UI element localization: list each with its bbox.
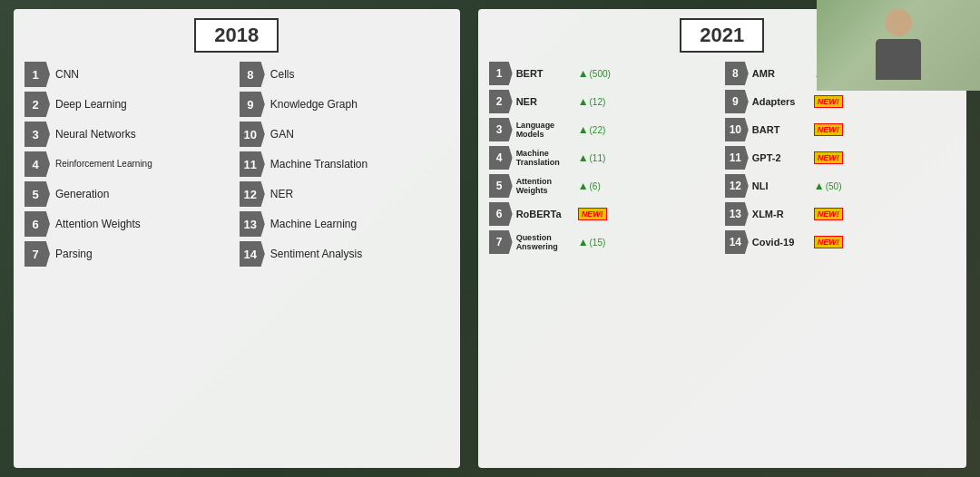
rank-badge: 5 <box>24 181 50 207</box>
left-panel: 2018 1 CNN 2 Deep Learning 3 Neural Netw… <box>14 9 460 468</box>
item-label: BART <box>752 124 802 136</box>
rank-badge: 12 <box>725 174 749 198</box>
new-badge: NEW! <box>578 208 607 220</box>
item-label: LanguageModels <box>516 121 566 140</box>
item-label: NER <box>516 96 566 108</box>
item-label: GAN <box>270 128 294 141</box>
trend-indicator: ▲ (6) <box>578 180 601 192</box>
left-panel-title: 2018 <box>194 18 279 53</box>
item-label: Reinforcement Learning <box>55 159 152 170</box>
list-item: 2 Deep Learning <box>24 92 234 117</box>
list-item: 6 RoBERTa NEW! <box>489 202 720 226</box>
item-label: Adapters <box>752 96 802 108</box>
item-label: BERT <box>516 68 566 80</box>
person-head <box>885 9 912 36</box>
rank-badge: 4 <box>24 151 50 177</box>
list-item: 12 NER <box>240 181 449 207</box>
item-label: RoBERTa <box>516 209 566 220</box>
item-label: XLM-R <box>752 209 802 220</box>
list-item: 7 Parsing <box>24 241 234 267</box>
rank-badge: 3 <box>489 118 513 141</box>
item-label: NER <box>270 188 293 200</box>
person-silhouette <box>871 9 926 82</box>
list-item: 12 NLI ▲ (50) <box>725 174 956 198</box>
list-item: 5 AttentionWeights ▲ (6) <box>489 174 720 198</box>
rank-badge: 6 <box>24 211 50 237</box>
new-badge: NEW! <box>814 151 843 164</box>
presenter-video <box>817 0 980 91</box>
rank-badge: 9 <box>725 90 749 113</box>
right-col1: 1 BERT ▲ (500) 2 NER ▲ (12) 3 LanguageMo… <box>489 62 720 459</box>
item-label: Machine Translation <box>270 158 368 170</box>
rank-badge: 13 <box>725 202 749 226</box>
left-panel-grid: 1 CNN 2 Deep Learning 3 Neural Networks … <box>24 62 449 459</box>
new-badge: NEW! <box>814 123 843 136</box>
rank-badge: 7 <box>489 230 513 254</box>
rank-badge: 2 <box>24 92 50 117</box>
item-label: Attention Weights <box>55 218 141 230</box>
camera-feed <box>817 0 980 91</box>
item-label: Neural Networks <box>55 128 136 141</box>
item-label: AMR <box>752 68 802 80</box>
rank-badge: 7 <box>24 241 50 267</box>
rank-badge: 10 <box>240 122 265 147</box>
trend-indicator: ▲ (12) <box>578 95 606 108</box>
list-item: 4 MachineTranslation ▲ (11) <box>489 146 720 170</box>
rank-badge: 1 <box>24 62 50 87</box>
list-item: 10 BART NEW! <box>725 118 956 141</box>
trend-indicator: ▲ (22) <box>578 123 606 136</box>
item-label: GPT-2 <box>752 152 802 164</box>
left-col2: 8 Cells 9 Knowledge Graph 10 GAN 11 Mach… <box>240 62 449 459</box>
list-item: 9 Knowledge Graph <box>240 92 449 117</box>
item-label: Cells <box>270 68 295 81</box>
list-item: 13 Machine Learning <box>240 211 449 237</box>
list-item: 1 BERT ▲ (500) <box>489 62 720 85</box>
list-item: 8 Cells <box>240 62 449 87</box>
list-item: 1 CNN <box>24 62 234 87</box>
right-col2: 8 AMR ▲ (450) 9 Adapters NEW! 10 BART <box>725 62 956 459</box>
item-label: QuestionAnswering <box>516 233 566 252</box>
list-item: 3 Neural Networks <box>24 122 234 147</box>
new-badge: NEW! <box>814 95 843 108</box>
item-label: Deep Learning <box>55 98 127 111</box>
rank-badge: 3 <box>24 122 50 147</box>
person-body <box>876 39 921 80</box>
trend-indicator: ▲ (500) <box>578 67 611 80</box>
trend-indicator: ▲ (15) <box>578 236 606 248</box>
rank-badge: 2 <box>489 90 513 113</box>
rank-badge: 8 <box>240 62 265 87</box>
list-item: 6 Attention Weights <box>24 211 234 237</box>
rank-badge: 4 <box>489 146 513 170</box>
rank-badge: 14 <box>725 230 749 254</box>
item-label: Knowledge Graph <box>270 98 358 111</box>
list-item: 2 NER ▲ (12) <box>489 90 720 113</box>
item-label: Generation <box>55 188 109 200</box>
list-item: 11 Machine Translation <box>240 151 449 177</box>
rank-badge: 10 <box>725 118 749 141</box>
rank-badge: 9 <box>240 92 265 117</box>
rank-badge: 11 <box>725 146 749 170</box>
list-item: 5 Generation <box>24 181 234 207</box>
list-item: 14 Covid-19 NEW! <box>725 230 956 254</box>
item-label: Sentiment Analysis <box>270 248 362 260</box>
item-label: Parsing <box>55 248 93 260</box>
list-item: 3 LanguageModels ▲ (22) <box>489 118 720 141</box>
item-label: CNN <box>55 68 79 81</box>
list-item: 9 Adapters NEW! <box>725 90 956 113</box>
rank-badge: 8 <box>725 62 749 85</box>
list-item: 14 Sentiment Analysis <box>240 241 449 267</box>
new-badge: NEW! <box>814 236 843 248</box>
rank-badge: 11 <box>240 151 265 177</box>
item-label: AttentionWeights <box>516 177 566 196</box>
list-item: 10 GAN <box>240 122 449 147</box>
rank-badge: 13 <box>240 211 265 237</box>
rank-badge: 5 <box>489 174 513 198</box>
trend-indicator: ▲ (11) <box>578 151 606 164</box>
item-label: Machine Learning <box>270 218 357 230</box>
item-label: NLI <box>752 180 802 192</box>
right-panel-grid: 1 BERT ▲ (500) 2 NER ▲ (12) 3 LanguageMo… <box>489 62 956 459</box>
new-badge: NEW! <box>814 208 843 220</box>
list-item: 13 XLM-R NEW! <box>725 202 956 226</box>
rank-badge: 1 <box>489 62 513 85</box>
rank-badge: 14 <box>240 241 265 267</box>
